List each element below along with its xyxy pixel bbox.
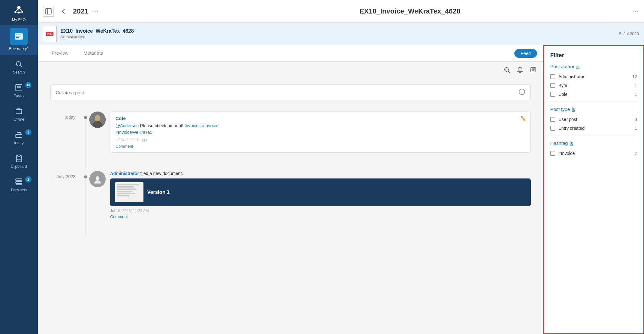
filter-checkbox-entry-created[interactable] [550, 126, 555, 131]
svg-point-35 [519, 72, 521, 73]
sidebar-item-repository[interactable]: Repository1 [0, 25, 38, 55]
sidebar-item-intray[interactable]: 3 Intray [0, 126, 38, 150]
tab-metadata[interactable]: Metadata [76, 45, 111, 62]
filter-section-hashtag-header: Hashtag is [550, 140, 637, 146]
timeline-line [86, 119, 86, 170]
timeline-today: Today [50, 110, 531, 170]
filter-post-type-label: Post type [550, 107, 570, 112]
intray-badge: 3 [25, 129, 31, 135]
file-row: PDF EX10_Invoice_WeKraTex_4628 Administr… [38, 23, 644, 45]
tab-preview[interactable]: Preview [44, 45, 76, 62]
panel-toggle-button[interactable] [43, 6, 54, 17]
top-bar-right: ··· [632, 8, 639, 14]
filter-divider-1 [550, 101, 637, 101]
post-body-admin: Administrator filed a new document. [110, 171, 531, 219]
filter-post-author-link[interactable]: is [576, 64, 580, 69]
sys-post-comment[interactable]: Comment [110, 214, 531, 219]
filter-item-administrator[interactable]: Administrator 12 [550, 72, 637, 81]
notifications-button[interactable] [515, 65, 525, 75]
sidebar-item-offline[interactable]: Offline [0, 102, 38, 126]
sidebar-item-tasks[interactable]: 10 Tasks [0, 79, 38, 102]
post-mention[interactable]: @Anderson [115, 123, 139, 128]
file-info: EX10_Invoice_WeKraTex_4628 Administrator [60, 28, 615, 39]
search-feed-button[interactable] [502, 65, 512, 75]
svg-point-40 [519, 89, 525, 95]
post-hashtag-invoice[interactable]: #Invoice [202, 123, 218, 128]
sys-post-header: Administrator filed a new document. [110, 171, 531, 176]
timeline-right-today: Cole ✏️ @Anderson Please check amount! I… [89, 110, 531, 170]
file-date: 5. Jul 2023 [619, 31, 639, 36]
timeline-dot-july [84, 175, 87, 178]
filter-item-invoice-hashtag[interactable]: #Invoice 2 [550, 149, 637, 158]
doc-more-button[interactable]: ··· [632, 8, 639, 14]
filter-post-type-link[interactable]: is [572, 107, 575, 112]
svg-rect-25 [18, 155, 20, 156]
pdf-icon: PDF [43, 26, 57, 42]
svg-point-8 [21, 11, 23, 13]
avatar-cole [89, 112, 106, 128]
filter-item-cole[interactable]: Cole 1 [550, 90, 637, 99]
create-post-input[interactable] [56, 90, 515, 95]
filter-panel: Filter Post author is Administrator 12 B… [543, 45, 644, 334]
filter-count-byte: 1 [635, 83, 637, 88]
create-post-emoji-icon[interactable] [518, 88, 525, 97]
sidebar-item-search[interactable]: Search [0, 55, 38, 79]
file-name: EX10_Invoice_WeKraTex_4628 [60, 28, 615, 34]
svg-point-47 [96, 176, 99, 180]
feed-toolbar [38, 62, 543, 78]
logo[interactable]: My ELO [0, 0, 38, 25]
datasets-icon [14, 178, 23, 186]
filter-label-user-post: User post [558, 117, 631, 122]
back-button[interactable] [58, 6, 69, 17]
filter-count-user-post: 3 [635, 117, 637, 122]
year-title: 2021 [73, 7, 88, 15]
post-admin: Administrator filed a new document. [89, 171, 531, 219]
post-hashtag-invoicewekratex[interactable]: #InvoiceWeKraTex [115, 130, 152, 135]
filter-label-entry-created: Entry created [558, 126, 631, 131]
filter-checkbox-user-post[interactable] [550, 117, 555, 122]
filter-item-entry-created[interactable]: Entry created 1 [550, 124, 637, 133]
post-comment-cole[interactable]: Comment [115, 144, 525, 149]
filter-checkbox-administrator[interactable] [550, 74, 555, 79]
svg-line-34 [508, 71, 510, 73]
feed-button[interactable]: Feed [514, 49, 537, 58]
timeline-right-july: Administrator filed a new document. [89, 170, 531, 236]
tasks-badge: 10 [25, 82, 31, 88]
filter-checkbox-invoice[interactable] [550, 151, 555, 156]
filter-button[interactable] [528, 65, 538, 75]
post-link-invoices[interactable]: Invoices [185, 123, 201, 128]
feed-content: Today [38, 78, 543, 334]
filter-item-byte[interactable]: Byte 1 [550, 81, 637, 90]
clipboard-icon [14, 154, 23, 163]
top-bar-more[interactable]: ··· [92, 8, 99, 14]
filter-item-user-post[interactable]: User post 3 [550, 115, 637, 124]
filter-checkbox-byte[interactable] [550, 83, 555, 88]
post-cole: Cole ✏️ @Anderson Please check amount! I… [89, 112, 531, 153]
filter-section-post-author-header: Post author is [550, 64, 637, 69]
post-edit-button[interactable]: ✏️ [520, 116, 527, 122]
sidebar-item-intray-label: Intray [14, 141, 24, 145]
create-post-box[interactable] [50, 84, 531, 101]
svg-rect-28 [16, 179, 22, 181]
sidebar-item-clipboard[interactable]: Clipboard [0, 150, 38, 173]
filter-checkbox-cole[interactable] [550, 92, 555, 97]
offline-icon [14, 107, 23, 116]
timeline-july2023: July 2023 [50, 170, 531, 236]
sidebar-item-datasets[interactable]: 2 Data sets [0, 173, 38, 197]
avatar-admin [89, 171, 106, 187]
sidebar-item-tasks-label: Tasks [14, 94, 24, 98]
filter-label-invoice: #Invoice [558, 151, 631, 156]
sys-post-time: Jul 18, 2023, 11:24 AM [110, 209, 531, 213]
filter-count-entry-created: 1 [635, 126, 637, 131]
filter-label-byte: Byte [558, 83, 631, 88]
document-title: EX10_Invoice_WeKraTex_4628 [360, 7, 461, 15]
repo-icon [10, 28, 28, 45]
repo-label: Repository1 [9, 47, 29, 51]
svg-point-48 [94, 180, 101, 183]
top-bar-left: 2021 ··· [43, 6, 188, 17]
top-bar: 2021 ··· EX10_Invoice_WeKraTex_4628 ··· [38, 0, 644, 23]
svg-rect-12 [16, 36, 20, 36]
version-card[interactable]: Version 1 [110, 178, 531, 206]
filter-hashtag-link[interactable]: is [570, 141, 573, 146]
intray-icon [14, 130, 23, 139]
